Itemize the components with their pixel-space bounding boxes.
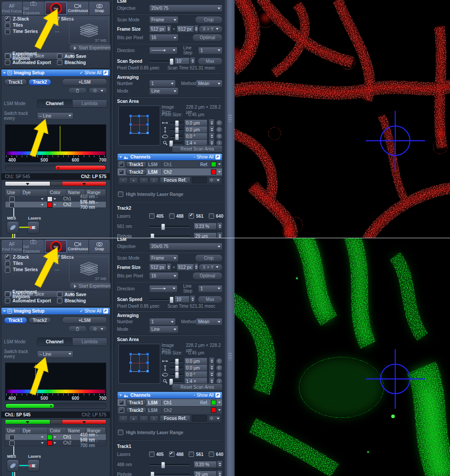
lasers-node[interactable] <box>27 221 40 234</box>
channels-show-all-checkbox[interactable]: ▫ Show All <box>194 155 214 159</box>
laser-488-checkbox[interactable] <box>169 213 174 219</box>
rotation-slider[interactable] <box>170 136 183 137</box>
track1-enable-checkbox[interactable] <box>119 162 124 167</box>
mode-dropdown[interactable]: Line <box>149 87 178 95</box>
roi-handle[interactable] <box>129 361 132 364</box>
pinhole-slider[interactable] <box>149 236 190 237</box>
crop-button[interactable]: Crop <box>195 254 223 262</box>
check-all-button[interactable]: ✓ <box>119 177 128 183</box>
slider-handle[interactable] <box>170 297 174 303</box>
start-experiment-button[interactable]: Start Experiment <box>69 282 116 290</box>
ch2-dye-dropdown[interactable] <box>19 442 45 444</box>
tab-track2[interactable]: Track2 <box>28 79 52 85</box>
max-speed-button[interactable]: Max <box>198 296 223 303</box>
offset-x-slider[interactable] <box>170 122 183 124</box>
z-stack-checkbox[interactable] <box>5 16 10 22</box>
ch1-range-slider[interactable] <box>5 419 50 424</box>
ch1-display-color-swatch[interactable] <box>211 162 216 167</box>
panel-splitter[interactable] <box>225 238 235 476</box>
frame-height-field[interactable]: 512 px <box>177 264 194 271</box>
direction-dropdown[interactable] <box>149 285 178 293</box>
objective-dropdown[interactable]: 20x/0.75 <box>149 243 223 250</box>
remove-channel-button[interactable]: ▯ <box>150 177 158 183</box>
collapse-icon[interactable] <box>119 156 122 158</box>
roi-handle[interactable] <box>138 114 141 118</box>
mbs-node[interactable] <box>7 460 19 472</box>
ch1-display-color-swatch[interactable] <box>211 400 216 405</box>
ch1-range-slider[interactable] <box>5 181 50 186</box>
show-all-checkbox[interactable]: ✓ Show All <box>79 309 101 313</box>
ch2-range-slider[interactable] <box>62 419 106 424</box>
direction-dropdown[interactable] <box>149 47 178 54</box>
optimal-button[interactable]: Optimal <box>192 34 223 41</box>
channel-row-track2[interactable]: Track2 LSM Ch2 <box>118 406 222 414</box>
channel-mode-button[interactable]: Channel <box>37 338 72 346</box>
auto-save-checkbox[interactable] <box>57 53 62 59</box>
ch1-color-swatch[interactable] <box>47 196 53 202</box>
roi-handle[interactable] <box>146 123 149 126</box>
laser-power-slider[interactable] <box>149 226 190 227</box>
experiment-regions-checkbox[interactable] <box>5 292 10 297</box>
offset-y-slider[interactable] <box>170 367 183 369</box>
roi-handle[interactable] <box>146 370 149 373</box>
add-channel-button[interactable]: + <box>139 177 148 183</box>
ch2-range-slider[interactable] <box>62 181 106 186</box>
auto-save-checkbox[interactable] <box>57 292 62 297</box>
stage-crosshair[interactable] <box>235 238 450 476</box>
undock-icon[interactable] <box>103 70 108 75</box>
high-intensity-checkbox[interactable] <box>118 191 123 197</box>
mbs-node[interactable] <box>7 221 19 234</box>
channel-row-track1[interactable]: Track1 LSM Ch1 Ref. <box>118 399 222 406</box>
switch-track-dropdown[interactable]: – Line <box>37 350 73 358</box>
reset-scan-area-button[interactable]: Reset Scan Area <box>172 383 223 391</box>
continuous-button[interactable]: Continuous <box>67 240 89 253</box>
optimal-button[interactable]: Optimal <box>192 272 223 280</box>
splitter-grip[interactable] <box>228 353 232 360</box>
filter-handle-icon[interactable] <box>57 167 59 169</box>
laser-power-stepper[interactable] <box>217 222 223 230</box>
channels-show-all-checkbox[interactable]: ▫ Show All <box>194 393 214 398</box>
focus-ref-button[interactable]: Focus Ref. <box>160 177 191 183</box>
frame-width-field[interactable]: 512 px <box>149 264 166 271</box>
imaging-setup-header[interactable]: Imaging Setup ✓ Show All <box>1 308 110 314</box>
zoom-slider[interactable] <box>170 381 183 382</box>
z-stack-checkbox[interactable] <box>5 255 10 260</box>
laser-405-checkbox[interactable] <box>149 452 154 457</box>
zoom-slider[interactable] <box>170 142 183 144</box>
image-view[interactable] <box>235 238 450 476</box>
channels-options-button[interactable] <box>208 415 221 422</box>
laser-power-stepper[interactable] <box>217 460 223 468</box>
method-dropdown[interactable]: Mean <box>196 80 223 87</box>
laser-640-checkbox[interactable] <box>209 213 214 219</box>
ch1-dye-dropdown[interactable] <box>19 198 45 200</box>
ch1-color-swatch[interactable] <box>47 435 53 440</box>
lambda-mode-button[interactable]: Lambda <box>72 100 107 107</box>
delete-track-button[interactable] <box>68 87 87 94</box>
continuous-button[interactable]: Continuous <box>67 1 89 15</box>
find-focus-button[interactable]: AF Find Focus <box>1 240 23 253</box>
offset-y-slider[interactable] <box>170 129 183 130</box>
automated-export-checkbox[interactable] <box>5 298 10 303</box>
splitter-grip[interactable] <box>228 115 232 122</box>
frame-height-field[interactable]: 512 px <box>177 25 194 33</box>
image-view[interactable] <box>235 0 450 238</box>
track1-enable-checkbox[interactable] <box>119 400 124 405</box>
laser-561-checkbox[interactable] <box>189 452 194 457</box>
roi-handle[interactable] <box>129 114 132 118</box>
slider-handle[interactable] <box>150 472 154 476</box>
roi-handle[interactable] <box>146 114 149 118</box>
tab-track1[interactable]: Track1 <box>4 79 27 85</box>
channels-header[interactable]: Channels ▫ Show All <box>118 392 222 399</box>
dye-row-ch2[interactable]: Ch2 576 nm - 700 nm <box>5 202 106 207</box>
imaging-setup-header[interactable]: Imaging Setup ✓ Show All <box>1 69 110 76</box>
channel-row-track2[interactable]: Track2 LSM Ch2 <box>118 168 222 175</box>
add-lsm-button[interactable]: +LSM <box>62 317 107 324</box>
roi-handle[interactable] <box>138 370 141 373</box>
time-series-checkbox[interactable] <box>5 29 10 34</box>
pinhole-field[interactable]: 29 μm <box>194 232 217 238</box>
snap-button[interactable]: Snap <box>89 240 110 253</box>
collapse-icon[interactable] <box>119 395 122 396</box>
roi-handle[interactable] <box>138 131 141 134</box>
track-options-button[interactable] <box>89 87 107 94</box>
track2-enable-checkbox[interactable] <box>119 407 124 413</box>
